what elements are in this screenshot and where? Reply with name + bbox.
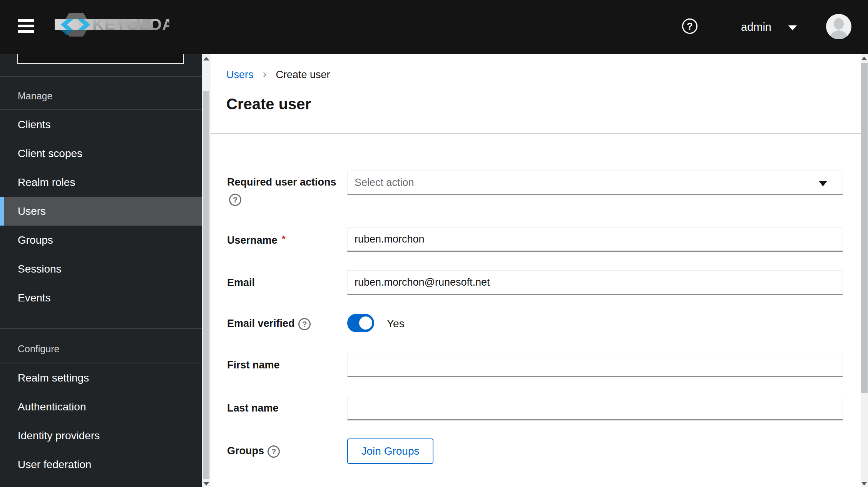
select-placeholder: Select action — [355, 177, 414, 189]
last-name-label: Last name — [227, 402, 279, 414]
username-label: Username* — [227, 234, 286, 246]
main-scrollbar[interactable] — [861, 54, 868, 487]
breadcrumb-separator-icon: › — [263, 67, 267, 80]
email-label: Email — [227, 277, 255, 289]
breadcrumb: Users › Create user — [226, 68, 330, 82]
email-verified-toggle[interactable] — [347, 314, 374, 332]
sidebar-item-sessions[interactable]: Sessions — [0, 254, 202, 283]
sidebar-divider — [0, 76, 202, 77]
masthead: KEYCLOAK ? admin — [0, 0, 868, 54]
groups-help-icon[interactable]: ? — [268, 445, 280, 458]
required-user-actions-label: Required user actions — [227, 176, 336, 188]
sidebar-divider — [0, 328, 202, 329]
sidebar-item-clients[interactable]: Clients — [0, 110, 202, 139]
breadcrumb-current: Create user — [276, 69, 330, 81]
username-input[interactable] — [347, 227, 843, 252]
sidebar-item-groups[interactable]: Groups — [0, 226, 202, 254]
sidebar: Runesoft Manage Clients Client scopes Re… — [0, 54, 202, 487]
last-name-input[interactable] — [347, 396, 843, 420]
toggle-knob — [359, 316, 372, 330]
nav-section-manage-heading: Manage — [18, 90, 52, 102]
sidebar-item-realm-roles[interactable]: Realm roles — [0, 168, 202, 197]
main-scrollbar-thumb[interactable] — [861, 63, 868, 393]
sidebar-item-user-federation[interactable]: User federation — [0, 450, 202, 479]
sidebar-scrollbar[interactable] — [202, 54, 211, 487]
nav-toggle-hamburger-icon[interactable] — [18, 18, 34, 34]
main-content: Users › Create user Create user Required… — [211, 54, 861, 487]
scroll-down-icon[interactable] — [203, 482, 209, 485]
scroll-up-icon[interactable] — [203, 57, 209, 60]
first-name-label: First name — [227, 359, 280, 371]
sidebar-item-users[interactable]: Users — [0, 197, 202, 226]
breadcrumb-link-users[interactable]: Users — [226, 69, 254, 81]
sidebar-item-client-scopes[interactable]: Client scopes — [0, 139, 202, 168]
user-menu-label: admin — [741, 21, 771, 33]
realm-name: Runesoft — [24, 54, 67, 55]
sidebar-item-events[interactable]: Events — [0, 283, 202, 312]
first-name-input[interactable] — [347, 353, 843, 377]
app-window: { "header": { "brand": "KEYCLOAK", "help… — [0, 0, 868, 487]
email-verified-state-label: Yes — [387, 318, 405, 330]
join-groups-button[interactable]: Join Groups — [347, 438, 433, 464]
help-icon[interactable]: ? — [682, 18, 697, 34]
sidebar-item-authentication[interactable]: Authentication — [0, 392, 202, 421]
nav-section-configure-heading: Configure — [18, 343, 59, 355]
user-avatar-icon[interactable] — [826, 14, 851, 39]
required-asterisk: * — [282, 234, 286, 244]
email-input[interactable] — [347, 270, 843, 295]
keycloak-logo[interactable]: KEYCLOAK — [54, 8, 169, 45]
required-user-actions-select[interactable]: Select action — [347, 171, 843, 195]
content-divider — [211, 133, 861, 134]
email-verified-label: Email verified — [227, 318, 295, 330]
scroll-down-icon[interactable] — [861, 482, 867, 485]
page-title: Create user — [226, 95, 311, 113]
sidebar-item-realm-settings[interactable]: Realm settings — [0, 363, 202, 392]
realm-selector[interactable]: Runesoft — [17, 54, 184, 64]
brand-text: KEYCLOAK — [92, 15, 169, 33]
sidebar-item-identity-providers[interactable]: Identity providers — [0, 421, 202, 450]
chevron-down-icon — [819, 181, 827, 186]
user-menu[interactable]: admin — [741, 0, 797, 54]
user-menu-caret-icon — [788, 25, 797, 30]
scroll-up-icon[interactable] — [861, 57, 867, 60]
sidebar-scrollbar-thumb[interactable] — [203, 91, 209, 479]
required-user-actions-help-icon[interactable]: ? — [229, 194, 241, 206]
email-verified-help-icon[interactable]: ? — [298, 318, 311, 330]
groups-label: Groups — [227, 445, 264, 457]
